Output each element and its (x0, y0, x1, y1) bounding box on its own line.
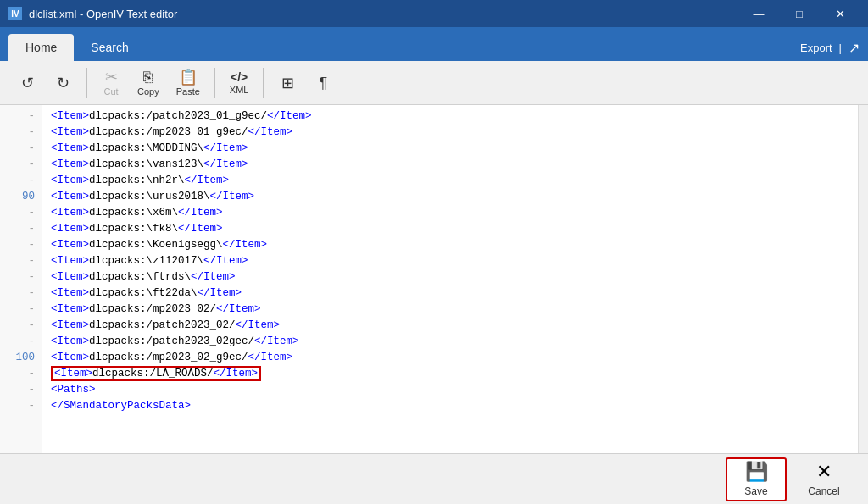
code-line-14: <Item>dlcpacks:/patch2023_02gec/</Item> (51, 334, 858, 350)
line-number-12: - (7, 302, 35, 318)
cancel-label: Cancel (808, 485, 839, 497)
line-number-1: - (7, 125, 35, 141)
copy-icon: ⎘ (143, 69, 153, 85)
format-group: ⊞ ¶ (270, 71, 340, 95)
cancel-button[interactable]: ✕ Cancel (793, 457, 854, 501)
code-line-12: <Item>dlcpacks:/mp2023_02/</Item> (51, 302, 858, 318)
code-line-17: <Paths> (51, 382, 858, 398)
paste-button[interactable]: 📋 Paste (169, 65, 208, 101)
window-title: dlclist.xml - OpenIV Text editor (29, 8, 739, 20)
separator-3 (263, 68, 264, 98)
xml-icon: </> (231, 71, 248, 83)
format-icon: ⊞ (281, 75, 294, 91)
paste-icon: 📋 (179, 69, 198, 85)
undo-icon: ↺ (21, 75, 34, 91)
code-line-0: <Item>dlcpacks:/patch2023_01_g9ec/</Item… (51, 108, 858, 125)
code-line-2: <Item>dlcpacks:\MODDING\</Item> (51, 141, 858, 157)
line-number-13: - (7, 318, 35, 334)
code-line-9: <Item>dlcpacks:\z112017\</Item> (51, 253, 858, 269)
cut-button[interactable]: ✂ Cut (94, 65, 128, 101)
line-number-7: - (7, 221, 35, 237)
line-number-5: 90 (7, 189, 35, 205)
code-line-8: <Item>dlcpacks:\Koenigsegg\</Item> (51, 237, 858, 253)
format-button[interactable]: ⊞ (270, 71, 304, 95)
line-number-2: - (7, 141, 35, 157)
undo-button[interactable]: ↺ (10, 71, 44, 95)
code-line-18: </SMandatoryPacksData> (51, 398, 858, 414)
line-number-0: - (7, 108, 35, 125)
paste-label: Paste (176, 86, 200, 97)
expand-button[interactable]: ↗ (849, 40, 860, 56)
code-line-11: <Item>dlcpacks:\ft22da\</Item> (51, 285, 858, 302)
export-button[interactable]: Export (800, 42, 832, 54)
code-line-13: <Item>dlcpacks:/patch2023_02/</Item> (51, 318, 858, 334)
separator-2 (214, 68, 215, 98)
code-line-1: <Item>dlcpacks:/mp2023_01_g9ec/</Item> (51, 125, 858, 141)
tab-search[interactable]: Search (74, 34, 145, 61)
code-line-10: <Item>dlcpacks:\ftrds\</Item> (51, 269, 858, 285)
ribbon-tabs: Home Search Export | ↗ (0, 27, 868, 61)
copy-label: Copy (137, 86, 159, 97)
ribbon-toolbar: ↺ ↻ ✂ Cut ⎘ Copy 📋 Paste </> XML ⊞ ¶ (0, 61, 868, 105)
highlighted-line-content: <Item>dlcpacks:/LA_ROADS/</Item> (51, 366, 261, 381)
code-line-7: <Item>dlcpacks:\fk8\</Item> (51, 221, 858, 237)
xml-group: </> XML (222, 67, 257, 99)
paragraph-icon: ¶ (320, 75, 328, 91)
line-number-10: - (7, 269, 35, 285)
xml-button[interactable]: </> XML (222, 67, 257, 99)
window-controls: — □ ✕ (739, 0, 860, 27)
maximize-button[interactable]: □ (780, 0, 819, 27)
code-line-4: <Item>dlcpacks:\nh2r\</Item> (51, 173, 858, 189)
cancel-icon: ✕ (816, 461, 832, 483)
title-bar: IV dlclist.xml - OpenIV Text editor — □ … (0, 0, 868, 27)
cut-label: Cut (103, 86, 118, 97)
code-line-3: <Item>dlcpacks:\vans123\</Item> (51, 157, 858, 173)
paragraph-button[interactable]: ¶ (306, 71, 340, 95)
code-area[interactable]: <Item>dlcpacks:/patch2023_01_g9ec/</Item… (42, 105, 858, 453)
cut-icon: ✂ (105, 69, 118, 85)
line-number-15: 100 (7, 350, 35, 366)
close-button[interactable]: ✕ (821, 0, 860, 27)
edit-group: ✂ Cut ⎘ Copy 📋 Paste (94, 65, 208, 101)
separator-1 (86, 68, 87, 98)
save-button[interactable]: 💾 Save (726, 457, 787, 501)
redo-icon: ↻ (57, 75, 70, 91)
line-number-14: - (7, 334, 35, 350)
code-line-15: <Item>dlcpacks:/mp2023_02_g9ec/</Item> (51, 350, 858, 366)
line-number-3: - (7, 157, 35, 173)
tab-home[interactable]: Home (8, 34, 74, 61)
scrollbar[interactable] (858, 105, 868, 453)
line-number-16: - (7, 366, 35, 382)
code-line-5: <Item>dlcpacks:\urus2018\</Item> (51, 189, 858, 205)
line-number-18: - (7, 398, 35, 414)
code-line-6: <Item>dlcpacks:\x6m\</Item> (51, 205, 858, 221)
save-label: Save (744, 485, 767, 497)
bottom-bar: 💾 Save ✕ Cancel (0, 453, 868, 504)
save-icon: 💾 (745, 461, 768, 483)
code-line-16: <Item>dlcpacks:/LA_ROADS/</Item> (51, 366, 858, 382)
app-icon: IV (8, 7, 22, 20)
xml-label: XML (230, 85, 249, 95)
line-number-11: - (7, 285, 35, 302)
line-number-8: - (7, 237, 35, 253)
line-number-17: - (7, 382, 35, 398)
minimize-button[interactable]: — (739, 0, 778, 27)
line-number-9: - (7, 253, 35, 269)
ribbon-export-area: Export | ↗ (800, 40, 860, 56)
copy-button[interactable]: ⎘ Copy (130, 65, 167, 101)
line-number-4: - (7, 173, 35, 189)
line-number-6: - (7, 205, 35, 221)
line-numbers: -----90---------100--- (0, 105, 42, 453)
redo-button[interactable]: ↻ (46, 71, 80, 95)
undo-redo-group: ↺ ↻ (10, 71, 80, 95)
editor-area: -----90---------100--- <Item>dlcpacks:/p… (0, 105, 868, 453)
